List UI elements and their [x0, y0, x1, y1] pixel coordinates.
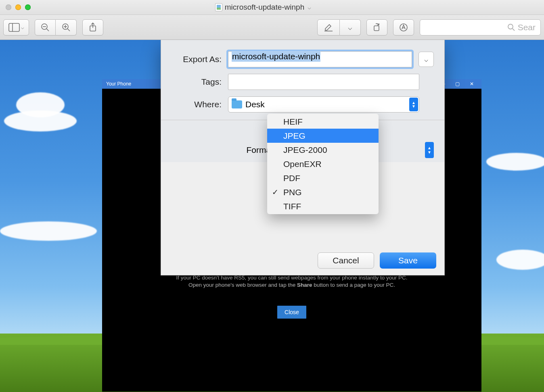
minimize-window-button[interactable] [15, 4, 21, 10]
zoom-out-button[interactable] [35, 19, 56, 35]
sidebar-toggle-button[interactable]: ⌵ [3, 19, 29, 35]
format-option-jpeg[interactable]: JPEG [267, 129, 379, 143]
popup-stepper-icon: ▲▼ [409, 98, 418, 111]
zoom-button-group [35, 19, 77, 35]
cloud-shape [16, 92, 65, 117]
markup-toolbar-button[interactable] [393, 19, 414, 35]
format-dropdown-menu: HEIF JPEG JPEG-2000 OpenEXR PDF PNG TIFF [267, 114, 379, 214]
image-canvas: Your Phone — ▢ ✕ To use this app, instal… [0, 40, 544, 392]
expand-save-panel-button[interactable]: ⌵ [418, 52, 434, 67]
zoom-out-icon [40, 23, 50, 32]
search-field[interactable]: Sear [420, 19, 541, 35]
chevron-down-icon: ⌵ [21, 24, 24, 30]
where-value: Desk [245, 100, 265, 109]
zoom-window-button[interactable] [25, 4, 31, 10]
where-label: Where: [172, 100, 222, 109]
svg-rect-0 [9, 23, 19, 31]
document-proxy-icon [215, 3, 222, 11]
your-phone-subtext-line2: Open your phone's web browser and tap th… [102, 281, 481, 289]
toolbar: ⌵ ⌵ Sear [0, 15, 544, 40]
format-option-jpeg2000[interactable]: JPEG-2000 [267, 143, 379, 157]
share-button[interactable] [82, 19, 103, 35]
markup-icon [399, 23, 408, 32]
format-option-pdf[interactable]: PDF [267, 171, 379, 185]
highlighter-icon [324, 23, 333, 32]
rotate-icon [372, 23, 382, 32]
tags-label: Tags: [172, 77, 222, 87]
close-icon[interactable]: ✕ [464, 79, 479, 89]
your-phone-title-label: Your Phone [106, 81, 131, 87]
export-as-field[interactable]: microsoft-update-winph [228, 51, 412, 67]
maximize-icon[interactable]: ▢ [450, 79, 464, 89]
zoom-in-icon [61, 23, 71, 32]
format-option-png[interactable]: PNG [267, 185, 379, 199]
window-titlebar: microsoft-update-winph ⌵ [0, 0, 544, 15]
zoom-in-button[interactable] [56, 19, 77, 35]
format-label: Format [172, 145, 273, 155]
chevron-down-icon: ⌵ [308, 4, 311, 11]
svg-marker-11 [325, 25, 331, 30]
highlight-button[interactable] [317, 19, 340, 35]
export-as-value: microsoft-update-winph [232, 51, 320, 62]
markup-toggle-group: ⌵ [317, 19, 361, 35]
traffic-lights [0, 4, 31, 10]
format-option-heif[interactable]: HEIF [267, 115, 379, 129]
svg-line-17 [513, 29, 515, 31]
search-placeholder: Sear [518, 23, 536, 32]
svg-rect-13 [374, 26, 379, 31]
cancel-button[interactable]: Cancel [318, 252, 374, 269]
cloud-shape [486, 153, 544, 171]
svg-line-6 [67, 29, 70, 31]
your-phone-subtext: If your PC doesn't have RS5, you can sti… [102, 274, 481, 289]
tags-field[interactable] [228, 74, 419, 90]
chevron-down-icon: ⌵ [424, 55, 428, 64]
save-button[interactable]: Save [380, 252, 436, 269]
format-option-openexr[interactable]: OpenEXR [267, 157, 379, 171]
cloud-shape [496, 250, 544, 270]
rotate-button[interactable] [366, 19, 387, 35]
where-popup[interactable]: Desk ▲▼ [228, 96, 419, 113]
format-option-tiff[interactable]: TIFF [267, 199, 379, 213]
export-as-label: Export As: [172, 54, 222, 64]
close-window-button[interactable] [6, 4, 11, 10]
window-title[interactable]: microsoft-update-winph ⌵ [31, 3, 496, 12]
share-icon [88, 22, 97, 33]
your-phone-close-button[interactable]: Close [277, 306, 306, 319]
cloud-shape [0, 221, 97, 241]
svg-line-3 [46, 29, 49, 31]
chevron-down-icon: ⌵ [348, 23, 352, 32]
folder-icon [232, 100, 242, 108]
search-icon [507, 23, 515, 31]
sidebar-icon [8, 23, 20, 32]
highlight-menu-button[interactable]: ⌵ [340, 19, 361, 35]
window-title-text: microsoft-update-winph [225, 3, 304, 12]
format-popup-stepper[interactable]: ▲▼ [425, 142, 434, 158]
svg-point-16 [508, 24, 513, 29]
